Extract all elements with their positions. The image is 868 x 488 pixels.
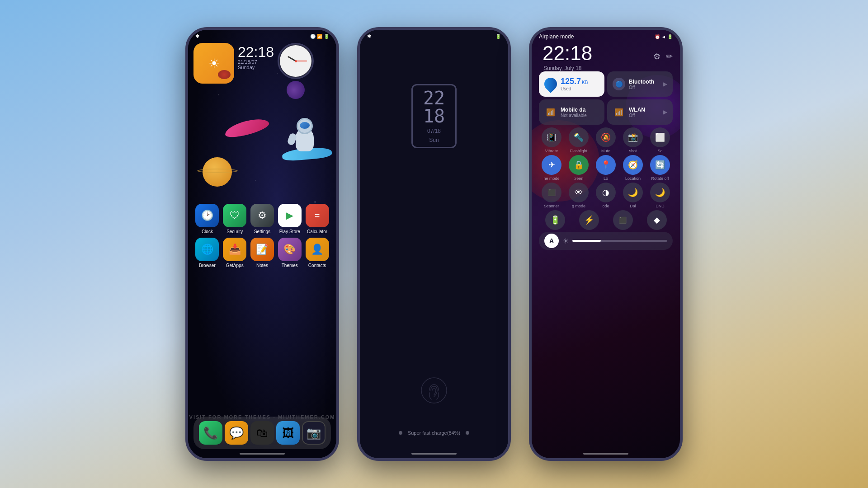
- brightness-sun-icon[interactable]: ☀: [562, 237, 569, 245]
- location-btn[interactable]: 🧭 Location: [620, 155, 646, 181]
- charge-dot-left: [399, 431, 402, 435]
- screenshot-label: shot: [629, 149, 637, 153]
- daily-btn[interactable]: 🌙 Dai: [620, 183, 646, 208]
- app-contacts[interactable]: 👤 Contacts: [304, 238, 331, 268]
- data-amount: 125.7: [561, 77, 581, 86]
- illustration-area: [188, 105, 336, 196]
- mobile-data-card[interactable]: 📶 Mobile da Not available: [539, 99, 604, 125]
- brightness-fill: [572, 240, 601, 242]
- location-lo-icon: 📍: [596, 155, 616, 175]
- planet-decoration: [218, 70, 231, 79]
- mute-btn[interactable]: 🔕 Mute: [593, 127, 618, 153]
- dock-camera[interactable]: 📷: [302, 421, 326, 445]
- svg-point-0: [421, 378, 447, 403]
- cc-status-icons: ⏰ ◄ 🔋: [655, 34, 673, 39]
- quick-toggles-row4: 🔋 ⚡ ⬛ ◆: [535, 210, 676, 230]
- home-time: 22:18: [238, 45, 274, 59]
- data-subtitle: Used: [561, 86, 599, 91]
- dock-phone[interactable]: 📞: [199, 421, 222, 445]
- dock-bar: 📞 💬 🛍 🖼 📷: [193, 417, 331, 449]
- app-themes[interactable]: 🎨 Themes: [276, 238, 303, 268]
- more-btn[interactable]: ◆: [641, 210, 673, 230]
- bt-subtitle: Off: [629, 85, 660, 90]
- settings-icon: ⚙: [250, 204, 274, 227]
- weather-widget[interactable]: ☀: [193, 43, 234, 84]
- lock-home-indicator: [411, 453, 457, 455]
- charge-text: Super fast charge(84%): [408, 430, 460, 436]
- app-settings[interactable]: ⚙ Settings: [249, 204, 276, 234]
- airplane-btn[interactable]: ✈ ne mode: [539, 155, 564, 181]
- brightness-track[interactable]: [572, 240, 667, 242]
- dark-mode-btn[interactable]: ◑ ode: [593, 183, 618, 208]
- screenshot-icon: 📸: [623, 127, 643, 147]
- bt-title: Bluetooth: [629, 79, 660, 85]
- battery-saver-btn[interactable]: 🔋: [539, 210, 571, 230]
- app-clock[interactable]: 🕑 Clock: [193, 204, 221, 234]
- reading-mode-btn[interactable]: 👁 g mode: [566, 183, 591, 208]
- app-playstore[interactable]: ▶ Play Store: [276, 204, 303, 234]
- dock-gallery[interactable]: 🖼: [276, 421, 300, 445]
- screen-record-btn[interactable]: ⬜ Sc: [647, 127, 673, 153]
- app-security[interactable]: 🛡 Security: [221, 204, 248, 234]
- power-btn[interactable]: ⚡: [573, 210, 605, 230]
- scanner-btn[interactable]: ⬛ Scanner: [539, 183, 564, 208]
- edit-icon[interactable]: ✏: [666, 52, 673, 61]
- dock-bag[interactable]: 🛍: [250, 421, 274, 445]
- wlan-card-text: WLAN Off: [629, 107, 660, 118]
- location-label: Location: [625, 176, 641, 181]
- app-notes[interactable]: 📝 Notes: [249, 238, 276, 268]
- status-icons-lock: 🔋: [495, 34, 501, 39]
- dnd-btn[interactable]: 🌙 DND: [647, 183, 673, 208]
- screen-off-btn[interactable]: ⬛: [607, 210, 639, 230]
- analog-clock-widget[interactable]: [278, 43, 314, 79]
- mobile-data-icon: 📶: [544, 106, 557, 118]
- phone3-screen: Airplane mode ⏰ ◄ 🔋 22:18 Sunday, July 1…: [532, 30, 680, 458]
- app-grid-row1: 🕑 Clock 🛡 Security ⚙ Settings: [188, 200, 336, 275]
- notes-icon: 📝: [250, 238, 274, 261]
- screen-lock-btn[interactable]: 🔒 :reen: [566, 155, 591, 181]
- quick-toggles-row2: ✈ ne mode 🔒 :reen 📍 Lo 🧭 Location 🔄: [535, 155, 676, 181]
- settings-gear-icon[interactable]: ⚙: [653, 52, 660, 61]
- location-lo-btn[interactable]: 📍 Lo: [593, 155, 618, 181]
- saturn-ring: [197, 169, 238, 173]
- bluetooth-status-icon: ✱: [195, 33, 199, 39]
- mute-icon: 🔕: [596, 127, 616, 147]
- quick-toggles-row3: ⬛ Scanner 👁 g mode ◑ ode 🌙 Dai 🌙 DN: [535, 183, 676, 208]
- datetime-widget[interactable]: 22:18 21/18/07 Sunday: [238, 43, 274, 72]
- screenshot-btn[interactable]: 📸 shot: [620, 127, 646, 153]
- cc-status-bar: Airplane mode ⏰ ◄ 🔋: [535, 30, 676, 42]
- app-calculator[interactable]: = Calculator: [304, 204, 331, 234]
- control-center-container: Airplane mode ⏰ ◄ 🔋 22:18 Sunday, July 1…: [532, 30, 680, 250]
- wlan-card[interactable]: 📶 WLAN Off ▶: [607, 99, 673, 125]
- charge-row: Super fast charge(84%): [360, 430, 508, 436]
- flashlight-btn[interactable]: 🔦 Flashlight: [566, 127, 591, 153]
- saturn-planet: [197, 155, 238, 187]
- comet-illustration: [224, 119, 278, 137]
- location-icon: 🧭: [623, 155, 643, 175]
- reading-mode-icon: 👁: [569, 183, 589, 202]
- calculator-icon: =: [306, 204, 329, 227]
- app-browser[interactable]: 🌐 Browser: [193, 238, 221, 268]
- bluetooth-card[interactable]: 🔵 Bluetooth Off ▶: [607, 71, 673, 97]
- data-usage-card[interactable]: 125.7 KB Used: [539, 71, 604, 97]
- fingerprint-icon[interactable]: [420, 377, 448, 404]
- brightness-label-btn[interactable]: A: [544, 234, 559, 248]
- dock-messages[interactable]: 💬: [225, 421, 248, 445]
- lock-minutes: 18: [416, 107, 452, 125]
- vibrate-btn[interactable]: 📳 Vibrate: [539, 127, 564, 153]
- bt-icon-lock: ✱: [367, 33, 371, 39]
- screen-lock-label: :reen: [574, 176, 584, 181]
- cc-toggle-grid: 125.7 KB Used 🔵 Bluetooth Off ▶: [535, 71, 676, 125]
- app-getapps[interactable]: 📥 GetApps: [221, 238, 248, 268]
- rotate-btn[interactable]: 🔄 Rotate off: [647, 155, 673, 181]
- airplane-icon: ✈: [542, 155, 561, 175]
- phone2-screen: ✱ 🔋 22 18 07/18 Sun: [360, 30, 508, 458]
- security-icon: 🛡: [223, 204, 246, 227]
- clock-label: Clock: [202, 229, 213, 234]
- wlan-icon: 📶: [613, 106, 625, 118]
- home-date: 21/18/07: [238, 59, 257, 65]
- dark-mode-icon: ◑: [596, 183, 616, 202]
- phone2-frame: ✱ 🔋 22 18 07/18 Sun: [357, 27, 511, 461]
- rotate-label: Rotate off: [651, 176, 669, 181]
- flashlight-label: Flashlight: [570, 149, 588, 153]
